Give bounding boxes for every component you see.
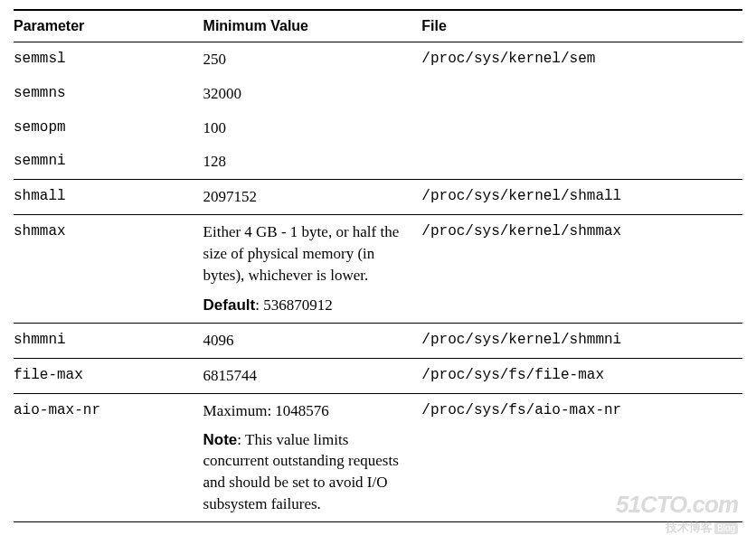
- default-block: Default: 536870912: [203, 295, 415, 316]
- table-row: semmns 32000: [14, 77, 742, 111]
- table-row: shmmax Either 4 GB - 1 byte, or half the…: [14, 214, 742, 323]
- header-file: File: [421, 10, 742, 42]
- param-value-text: Maximum: 1048576: [203, 402, 329, 419]
- param-name: semopm: [14, 111, 203, 146]
- table-row: semmsl 250 /proc/sys/kernel/sem: [14, 42, 742, 77]
- param-file: /proc/sys/kernel/shmmni: [421, 324, 742, 359]
- param-value: 2097152: [203, 180, 422, 215]
- param-name: file-max: [14, 358, 203, 393]
- param-name: shmall: [14, 180, 203, 215]
- param-file: /proc/sys/kernel/shmall: [421, 180, 742, 215]
- param-value-text: Either 4 GB - 1 byte, or half the size o…: [203, 223, 400, 284]
- param-value: 250: [203, 42, 422, 77]
- note-block: Note: This value limits concurrent outst…: [203, 429, 415, 515]
- param-value: 32000: [203, 77, 422, 111]
- table-row: file-max 6815744 /proc/sys/fs/file-max: [14, 358, 742, 393]
- param-file: /proc/sys/fs/file-max: [421, 358, 742, 393]
- table-row: aio-max-nr Maximum: 1048576 Note: This v…: [14, 393, 742, 521]
- default-value: : 536870912: [255, 296, 332, 314]
- param-file: [421, 111, 742, 146]
- param-value: Maximum: 1048576 Note: This value limits…: [203, 393, 422, 521]
- param-name: semmni: [14, 145, 203, 179]
- header-minimum-value: Minimum Value: [203, 10, 422, 42]
- table-row: semopm 100: [14, 111, 742, 146]
- note-label: Note: [203, 431, 238, 448]
- param-value: 6815744: [203, 358, 422, 393]
- param-name: semmsl: [14, 42, 203, 77]
- table-row: shmall 2097152 /proc/sys/kernel/shmall: [14, 180, 742, 215]
- table-header-row: Parameter Minimum Value File: [14, 10, 742, 42]
- watermark-blog: Blog: [714, 522, 738, 534]
- param-value: 128: [203, 145, 422, 179]
- table-row: shmmni 4096 /proc/sys/kernel/shmmni: [14, 324, 742, 359]
- kernel-parameters-table: Parameter Minimum Value File semmsl 250 …: [14, 9, 742, 522]
- param-name: aio-max-nr: [14, 393, 203, 521]
- watermark-sub: 技术博客: [666, 521, 713, 534]
- param-file: [421, 77, 742, 111]
- param-value: 100: [203, 111, 422, 146]
- param-name: semmns: [14, 77, 203, 111]
- param-file: /proc/sys/kernel/sem: [421, 42, 742, 77]
- param-file: [421, 145, 742, 179]
- param-value: 4096: [203, 324, 422, 359]
- header-parameter: Parameter: [14, 10, 203, 42]
- param-value: Either 4 GB - 1 byte, or half the size o…: [203, 214, 422, 323]
- param-name: shmmax: [14, 214, 203, 323]
- table-row: semmni 128: [14, 145, 742, 179]
- param-file: /proc/sys/fs/aio-max-nr: [421, 393, 742, 521]
- default-label: Default: [203, 296, 256, 314]
- param-name: shmmni: [14, 324, 203, 359]
- param-file: /proc/sys/kernel/shmmax: [421, 214, 742, 323]
